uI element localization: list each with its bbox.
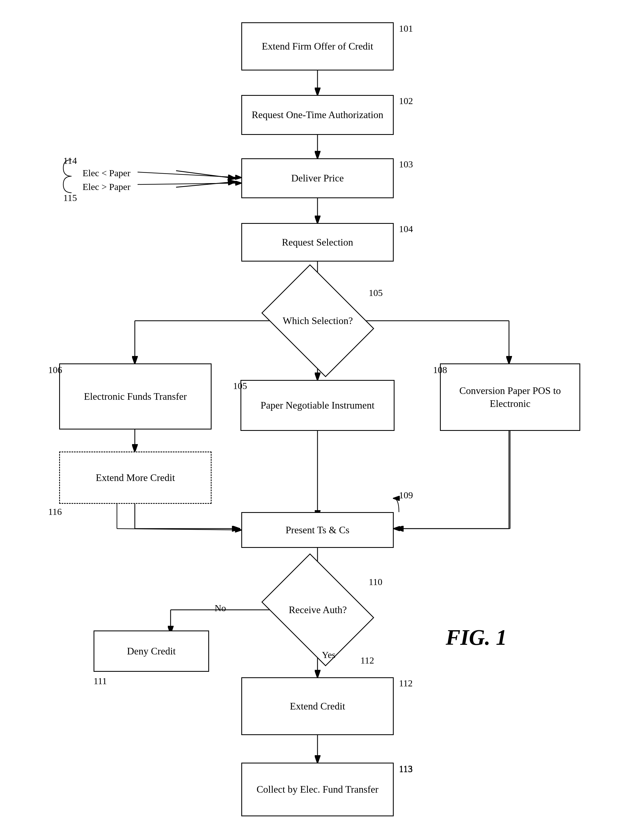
fig-label: FIG. 1 [446,625,507,650]
svg-line-23 [137,172,241,178]
svg-line-21 [176,171,235,178]
ref-102: 102 [399,96,413,106]
box-106: Electronic Funds Transfer [59,363,211,429]
ref-112: 112 [399,678,413,688]
ref-107: 105 [233,381,247,391]
ref-108: 108 [433,365,447,375]
box-109: Present Ts & Cs [241,512,394,548]
svg-line-22 [176,182,235,187]
ref-110: 110 [369,577,383,587]
box-104: Request Selection [241,223,394,262]
label-no: No [214,603,226,613]
box-103: Deliver Price [241,158,394,198]
label-115: 115 [63,193,77,203]
ref-104: 104 [399,224,413,234]
label-elec-less: Elec < Paper [82,168,131,178]
label-112-ref: 112 [361,655,374,666]
box-102: Request One-Time Authorization [241,95,394,135]
label-yes: Yes [322,650,336,660]
diamond-110: Receive Auth? [273,575,363,644]
box-107: Paper Negotiable Instrument [241,380,394,431]
svg-line-24 [137,183,241,185]
ref-101: 101 [399,24,413,34]
ref-103: 103 [399,159,413,170]
box-111: Deny Credit [93,630,209,672]
svg-line-26 [117,529,241,530]
ref-109: 109 [399,490,413,501]
ref-116: 116 [48,507,62,517]
label-114: 114 [63,156,77,166]
ref-111: 111 [93,676,107,686]
ref-106: 106 [48,365,62,375]
box-112: Extend Credit [241,677,394,735]
diamond-105: Which Selection? [273,286,363,355]
label-113-ref: 113 [399,763,413,774]
box-101: Extend Firm Offer of Credit [241,22,394,71]
box-113: Collect by Elec. Fund Transfer [241,763,394,816]
ref-105: 105 [369,288,383,298]
label-elec-greater: Elec > Paper [82,182,131,192]
box-108: Conversion Paper POS to Electronic [440,363,580,431]
box-extend-more-credit: Extend More Credit [59,452,211,504]
